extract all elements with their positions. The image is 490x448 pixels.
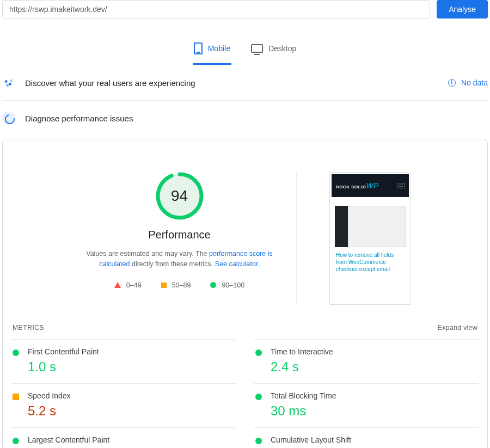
desktop-icon bbox=[251, 44, 263, 53]
perf-note: Values are estimated and may vary. The p… bbox=[79, 249, 280, 269]
lighthouse-title: Diagnose performance issues bbox=[25, 114, 133, 123]
metric: Largest Contentful Paint2.3 s bbox=[11, 427, 236, 448]
tab-mobile[interactable]: Mobile bbox=[193, 37, 231, 65]
metric-label: Speed Index bbox=[28, 391, 71, 400]
performance-card: 94 Performance Values are estimated and … bbox=[2, 139, 488, 448]
no-data-label: No data bbox=[461, 78, 488, 87]
status-dot bbox=[13, 349, 19, 356]
gauge-score: 94 bbox=[156, 172, 204, 220]
metric-value: 2.4 s bbox=[271, 359, 333, 375]
metric-value: 30 ms bbox=[271, 403, 336, 419]
lighthouse-icon bbox=[2, 112, 15, 125]
score-ranges: 0–49 50–89 90–100 bbox=[79, 281, 280, 289]
status-dot bbox=[255, 394, 262, 400]
status-dot bbox=[255, 438, 262, 444]
tab-mobile-label: Mobile bbox=[208, 44, 230, 53]
metric: Time to Interactive2.4 s bbox=[254, 339, 479, 383]
metric: First Contentful Paint1.0 s bbox=[11, 339, 236, 383]
performance-gauge: 94 bbox=[156, 172, 204, 220]
phone-icon bbox=[194, 42, 203, 54]
metric-label: Largest Contentful Paint bbox=[28, 435, 109, 444]
circle-icon bbox=[210, 282, 216, 288]
metric: Cumulative Layout Shift0 bbox=[254, 427, 479, 448]
tab-desktop[interactable]: Desktop bbox=[250, 37, 297, 65]
url-input[interactable] bbox=[2, 0, 430, 19]
status-dot bbox=[13, 438, 19, 444]
square-icon bbox=[161, 283, 167, 288]
no-data-indicator[interactable]: No data bbox=[448, 78, 488, 87]
crux-section-header: Discover what your real users are experi… bbox=[2, 65, 488, 101]
metric-label: Time to Interactive bbox=[271, 347, 333, 356]
gauge-area: 94 Performance Values are estimated and … bbox=[79, 172, 297, 305]
screenshot-text: How to remove all fields from WooCommerc… bbox=[332, 251, 409, 273]
expand-view[interactable]: Expand view bbox=[437, 323, 477, 332]
metrics-title: METRICS bbox=[13, 324, 44, 332]
status-dot bbox=[13, 394, 19, 400]
lighthouse-section-header: Diagnose performance issues bbox=[2, 101, 488, 136]
hamburger-icon bbox=[397, 183, 405, 188]
gauge-label: Performance bbox=[79, 229, 280, 241]
metric-value: 5.2 s bbox=[28, 403, 71, 419]
metrics-grid: First Contentful Paint1.0 sTime to Inter… bbox=[11, 339, 479, 448]
metric-label: First Contentful Paint bbox=[28, 347, 99, 356]
link-see-calculator[interactable]: See calculator. bbox=[215, 260, 260, 268]
screenshot-thumb[interactable]: ROCK SOLIDWP How to remove all fields fr… bbox=[329, 172, 411, 305]
metric-label: Total Blocking Time bbox=[271, 391, 336, 400]
tab-desktop-label: Desktop bbox=[268, 44, 296, 53]
status-dot bbox=[255, 349, 262, 356]
metric: Speed Index5.2 s bbox=[11, 383, 236, 427]
metric-value: 1.0 s bbox=[28, 359, 99, 375]
crux-icon bbox=[2, 76, 15, 89]
metric: Total Blocking Time30 ms bbox=[254, 383, 479, 427]
metric-label: Cumulative Layout Shift bbox=[271, 435, 351, 444]
triangle-icon bbox=[114, 282, 121, 288]
crux-title: Discover what your real users are experi… bbox=[25, 78, 195, 88]
device-tabs: Mobile Desktop bbox=[2, 37, 488, 65]
info-icon bbox=[448, 79, 456, 87]
analyse-button[interactable]: Analyse bbox=[437, 0, 488, 19]
